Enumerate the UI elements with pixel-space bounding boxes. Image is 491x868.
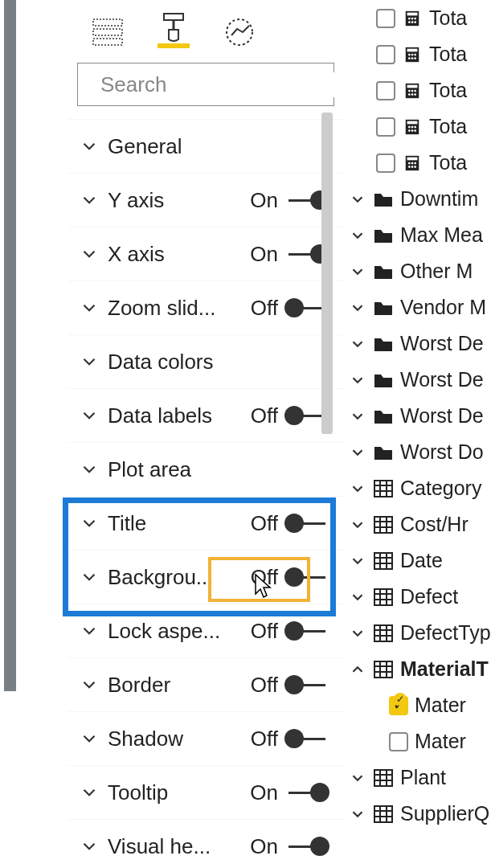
chevron-down-icon — [349, 299, 366, 317]
calculator-icon — [402, 154, 423, 172]
field-folder[interactable]: Worst De — [344, 398, 491, 434]
field-table[interactable]: Cost/Hr — [344, 506, 491, 542]
format-option-row[interactable]: Lock aspe... Off — [68, 604, 344, 657]
svg-rect-83 — [374, 806, 392, 822]
chevron-down-icon — [79, 513, 100, 534]
field-table[interactable]: Plant — [344, 760, 491, 796]
format-option-row[interactable]: Shadow Off — [68, 711, 344, 765]
chevron-down-icon — [79, 244, 100, 264]
toggle[interactable]: On — [250, 780, 329, 805]
field-checkbox[interactable] — [376, 9, 395, 28]
svg-point-37 — [408, 129, 411, 132]
toggle[interactable]: Off — [251, 727, 329, 751]
field-table[interactable]: Date — [344, 542, 491, 579]
field-label: MaterialT — [400, 657, 489, 681]
format-option-row[interactable]: Data labels Off — [68, 388, 344, 442]
field-label: Worst De — [400, 404, 484, 428]
analytics-tab-icon[interactable] — [223, 16, 256, 48]
chevron-down-icon — [79, 836, 100, 857]
format-option-row[interactable]: Plot area — [68, 442, 344, 496]
scrollbar[interactable] — [321, 113, 333, 434]
option-label: Y axis — [108, 188, 250, 213]
field-folder[interactable]: Downtim — [344, 181, 491, 217]
field-folder[interactable]: Worst Do — [344, 434, 491, 470]
field-folder[interactable]: Vendor M — [344, 289, 491, 326]
format-pane: GeneralY axis On X axis On Zoom slid... … — [68, 0, 344, 868]
field-checkbox[interactable] — [376, 81, 395, 100]
toggle[interactable]: Off — [251, 619, 329, 644]
field-label: Category — [400, 477, 481, 500]
format-option-row[interactable]: X axis On — [68, 227, 344, 280]
toggle[interactable]: On — [250, 242, 329, 267]
field-table[interactable]: DefectTyp — [344, 615, 491, 651]
svg-rect-53 — [374, 517, 392, 533]
field-measure[interactable]: Tota — [344, 0, 491, 36]
field-measure[interactable]: Tota — [344, 108, 491, 145]
field-label: Worst De — [400, 368, 484, 391]
format-option-row[interactable]: Border Off — [68, 657, 344, 711]
chevron-down-icon — [79, 674, 100, 695]
chevron-down-icon — [349, 444, 366, 461]
field-measure[interactable]: Tota — [344, 72, 491, 108]
field-table[interactable]: Category — [344, 470, 491, 506]
svg-rect-58 — [374, 553, 392, 569]
format-option-row[interactable]: Visual he... On — [68, 819, 344, 868]
field-checkbox[interactable] — [389, 732, 408, 751]
field-measure[interactable]: Tota — [344, 145, 491, 181]
toggle[interactable]: Off — [251, 296, 329, 321]
toggle-label: Off — [251, 565, 278, 590]
field-label: Tota — [429, 43, 467, 66]
field-folder[interactable]: Other M — [344, 253, 491, 289]
toggle[interactable]: Off — [251, 511, 329, 536]
option-label: General — [108, 134, 329, 159]
field-label: Defect — [400, 585, 458, 608]
format-option-row[interactable]: Title Off — [68, 496, 344, 550]
format-tab-icon[interactable] — [158, 16, 190, 48]
format-option-row[interactable]: Data colors — [68, 334, 344, 388]
toggle[interactable]: Off — [251, 565, 329, 590]
toggle[interactable]: On — [250, 188, 329, 213]
svg-point-45 — [408, 166, 411, 168]
format-option-row[interactable]: Zoom slid... Off — [68, 280, 344, 334]
field-folder[interactable]: Worst De — [344, 326, 491, 362]
field-checkbox[interactable] — [376, 117, 395, 137]
pane-tabs — [68, 0, 344, 56]
svg-rect-63 — [374, 589, 392, 605]
chevron-down-icon — [79, 405, 100, 426]
field-table[interactable]: SupplierQ — [344, 796, 491, 832]
field-label: Cost/Hr — [400, 513, 468, 536]
calculator-icon — [402, 82, 423, 100]
field-folder[interactable]: Max Mea — [344, 217, 491, 253]
search-box[interactable] — [77, 63, 334, 106]
field-column[interactable]: Mater — [344, 687, 491, 723]
field-table[interactable]: Defect — [344, 579, 491, 615]
fields-tab-icon[interactable] — [92, 16, 124, 48]
chevron-down-icon — [79, 297, 100, 318]
svg-point-15 — [414, 21, 416, 23]
table-icon — [373, 624, 394, 642]
field-label: Worst De — [400, 332, 484, 355]
format-option-row[interactable]: Tooltip On — [68, 765, 344, 819]
svg-rect-41 — [407, 157, 418, 160]
svg-point-13 — [408, 21, 411, 23]
toggle[interactable]: Off — [251, 673, 329, 698]
field-column[interactable]: Mater — [344, 723, 491, 760]
option-label: Title — [108, 511, 251, 536]
toggle[interactable]: On — [250, 834, 329, 859]
field-measure[interactable]: Tota — [344, 36, 491, 72]
format-option-row[interactable]: Backgrou... Off — [68, 550, 344, 604]
format-option-row[interactable]: Y axis On — [68, 173, 344, 227]
field-table-expanded[interactable]: MaterialT — [344, 651, 491, 687]
toggle[interactable]: Off — [251, 403, 329, 428]
svg-point-43 — [411, 162, 414, 164]
chevron-down-icon — [349, 805, 366, 823]
search-input[interactable] — [100, 72, 362, 97]
field-checkbox[interactable] — [376, 154, 395, 173]
field-checkbox[interactable] — [376, 45, 395, 64]
svg-point-42 — [408, 162, 411, 164]
calculator-icon — [402, 46, 423, 63]
table-icon — [373, 805, 394, 823]
format-option-row[interactable]: General — [68, 119, 344, 173]
svg-rect-25 — [407, 84, 418, 88]
field-folder[interactable]: Worst De — [344, 362, 491, 398]
